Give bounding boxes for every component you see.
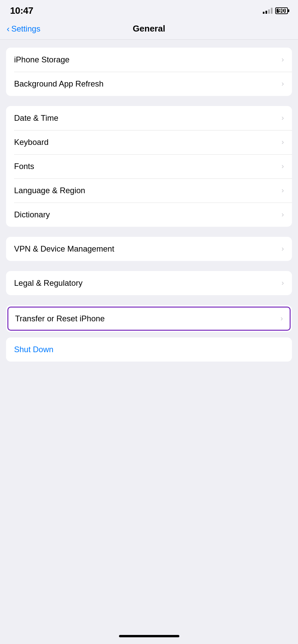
settings-row-shut-down[interactable]: Shut Down: [6, 337, 292, 362]
status-icons: 90: [263, 7, 288, 14]
settings-group-3: VPN & Device Management ›: [6, 237, 292, 261]
iphone-storage-label: iPhone Storage: [14, 55, 69, 64]
back-chevron-icon: ‹: [7, 24, 10, 33]
nav-bar: ‹ Settings General: [0, 20, 298, 40]
chevron-right-icon: ›: [282, 279, 284, 287]
fonts-label: Fonts: [14, 162, 34, 171]
settings-row-legal-regulatory[interactable]: Legal & Regulatory ›: [6, 271, 292, 295]
chevron-right-icon: ›: [282, 79, 284, 88]
chevron-right-icon: ›: [282, 210, 284, 219]
status-bar: 10:47 90: [0, 0, 298, 20]
settings-row-date-time[interactable]: Date & Time ›: [6, 106, 292, 130]
vpn-device-management-label: VPN & Device Management: [14, 244, 114, 254]
back-button[interactable]: ‹ Settings: [7, 24, 40, 34]
settings-row-background-app-refresh[interactable]: Background App Refresh ›: [6, 72, 292, 96]
settings-row-transfer-reset[interactable]: Transfer or Reset iPhone ›: [7, 307, 291, 331]
dictionary-label: Dictionary: [14, 210, 50, 219]
transfer-reset-group: Transfer or Reset iPhone ›: [6, 305, 292, 332]
page-title: General: [133, 23, 165, 34]
chevron-right-icon: ›: [282, 162, 284, 171]
settings-row-language-region[interactable]: Language & Region ›: [6, 178, 292, 203]
language-region-label: Language & Region: [14, 186, 85, 195]
background-app-refresh-label: Background App Refresh: [14, 79, 104, 89]
home-bar: [119, 635, 179, 637]
settings-row-keyboard[interactable]: Keyboard ›: [6, 130, 292, 154]
status-time: 10:47: [10, 5, 33, 16]
settings-group-2: Date & Time › Keyboard › Fonts › Languag…: [6, 106, 292, 227]
transfer-reset-label: Transfer or Reset iPhone: [15, 314, 105, 323]
bottom-group: Transfer or Reset iPhone › Shut Down: [6, 305, 292, 362]
date-time-label: Date & Time: [14, 113, 58, 123]
keyboard-label: Keyboard: [14, 138, 49, 147]
content-area: iPhone Storage › Background App Refresh …: [0, 40, 298, 630]
chevron-right-icon: ›: [282, 245, 284, 253]
settings-group-4: Legal & Regulatory ›: [6, 271, 292, 295]
legal-regulatory-label: Legal & Regulatory: [14, 278, 82, 288]
settings-row-fonts[interactable]: Fonts ›: [6, 154, 292, 178]
chevron-right-icon: ›: [281, 314, 283, 323]
chevron-right-icon: ›: [282, 186, 284, 195]
settings-row-vpn-device-management[interactable]: VPN & Device Management ›: [6, 237, 292, 261]
battery-level: 90: [276, 8, 287, 13]
battery-icon: 90: [275, 7, 288, 14]
settings-row-iphone-storage[interactable]: iPhone Storage ›: [6, 48, 292, 72]
back-label: Settings: [11, 24, 41, 34]
signal-bars-icon: [263, 8, 273, 14]
shut-down-label: Shut Down: [14, 345, 53, 354]
chevron-right-icon: ›: [282, 55, 284, 64]
settings-group-1: iPhone Storage › Background App Refresh …: [6, 48, 292, 96]
shutdown-group: Shut Down: [6, 337, 292, 362]
home-indicator: [0, 630, 298, 644]
chevron-right-icon: ›: [282, 138, 284, 147]
settings-row-dictionary[interactable]: Dictionary ›: [6, 203, 292, 227]
chevron-right-icon: ›: [282, 114, 284, 122]
